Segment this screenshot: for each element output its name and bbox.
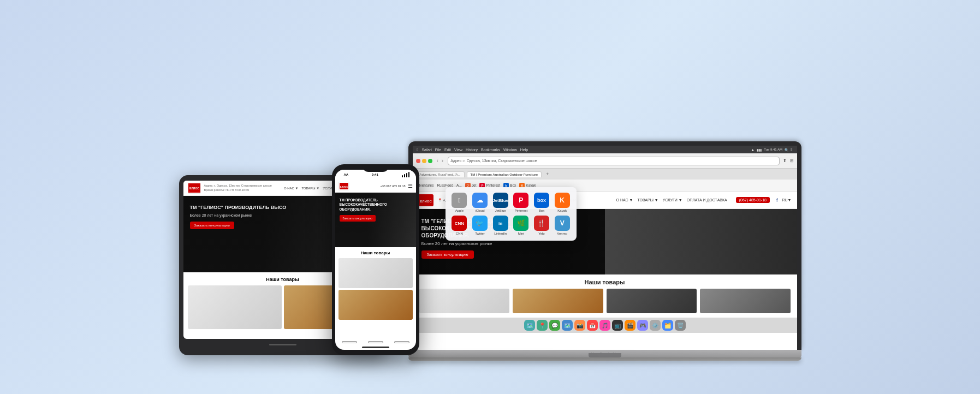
back-button[interactable]: ‹: [436, 158, 439, 164]
safari-tab-1[interactable]: Adventures, RussFeed, /A...: [416, 171, 465, 177]
menu-history[interactable]: History: [466, 148, 478, 152]
dock-prefs-icon[interactable]: ⚙️: [650, 320, 661, 331]
phone-time: 9:41: [372, 173, 378, 176]
battery-icon: ▮▮▮: [757, 148, 762, 152]
svg-text:ЕЛИОС: ЕЛИОС: [189, 187, 199, 190]
phone-back-button[interactable]: [342, 341, 357, 343]
tablet-home-indicator: [269, 344, 296, 345]
safari-chrome: ‹ › Адрес: г. Одесса, 13км км, Старокиев…: [413, 153, 797, 169]
fav-twitter[interactable]: 🐦 Twitter: [471, 216, 489, 235]
phone-site-header: ЕЛИОС +38 067 485 91 18 ☰: [335, 180, 416, 193]
control-center-icon[interactable]: ≡: [791, 148, 793, 151]
laptop-products-grid: [419, 289, 791, 313]
phone-products-section: Наши товары: [335, 247, 416, 323]
tablet-hero-text: ТМ "ГЕЛИОС" ПРОИЗВОДИТЕЛЬ ВЫСО Более 20 …: [190, 205, 287, 229]
safari-tab-2[interactable]: TM | Premium Australian Outdoor Furnitur…: [467, 171, 542, 177]
fav-box[interactable]: box Box: [533, 193, 550, 212]
dock-photos-icon[interactable]: 📸: [574, 320, 585, 331]
laptop-product-3: [607, 289, 697, 313]
fullscreen-window-button[interactable]: [428, 159, 432, 163]
language-selector[interactable]: RU▼: [782, 198, 791, 202]
menu-safari[interactable]: Safari: [421, 148, 431, 152]
phone-products-grid: [338, 258, 413, 320]
share-icon[interactable]: ⬆: [783, 158, 787, 163]
tablet-cta-button[interactable]: Заказать консультацию: [190, 222, 234, 229]
phone-hero: ТМ ПРОИЗВОДИТЕЛЬ ВЫСОКОКАЧЕСТВЕННОГО ОБО…: [335, 193, 416, 247]
menu-help[interactable]: Help: [520, 148, 528, 152]
tablet-hero-title: ТМ "ГЕЛИОС" ПРОИЗВОДИТЕЛЬ ВЫСО: [190, 205, 287, 211]
dock-find-icon[interactable]: 📍: [537, 320, 548, 331]
dock-maps2-icon[interactable]: 🗺️: [562, 320, 573, 331]
minimize-window-button[interactable]: [422, 159, 426, 163]
dock-maps-icon[interactable]: 🗺️: [524, 320, 535, 331]
laptop-device:  Safari File Edit View History Bookmark…: [408, 141, 801, 361]
dock-games-icon[interactable]: 🎮: [637, 320, 648, 331]
laptop-screen: ‹ › Адрес: г. Одесса, 13км км, Старокиев…: [413, 153, 797, 350]
dock-apps-icon[interactable]: 🗂️: [662, 320, 673, 331]
phone-contact-number: +38 067 485 91 18: [380, 184, 405, 188]
nav-services[interactable]: УСЛУГИ ▼: [663, 198, 682, 202]
dock-calendar-icon[interactable]: 📅: [587, 320, 598, 331]
safari-address-bar[interactable]: Адрес: г. Одесса, 13км км, Старокиевское…: [448, 157, 779, 165]
phone-body: AA 9:41 ЕЛИОС: [332, 164, 419, 355]
dock-appletv-icon[interactable]: 📺: [612, 320, 623, 331]
menu-file[interactable]: File: [435, 148, 441, 152]
menu-view[interactable]: View: [454, 148, 462, 152]
phone-carrier: AA: [344, 173, 349, 176]
tablet-address: Адрес: г. Одесса, 13км км, Старокиевское…: [204, 184, 272, 192]
laptop-site-nav: О НАС ▼ ТОВАРЫ ▼ УСЛУГИ ▼ ОПЛАТА И ДОСТА…: [616, 198, 727, 202]
fav-icloud[interactable]: ☁ iCloud: [471, 193, 489, 212]
laptop-products-section: Наши товары: [413, 274, 797, 318]
laptop-product-4: [700, 289, 791, 313]
bookmark-russfeed[interactable]: RussFeed: [437, 183, 453, 187]
nav-goods[interactable]: ТОВАРЫ ▼: [637, 198, 658, 202]
phone-hero-text: ТМ ПРОИЗВОДИТЕЛЬ ВЫСОКОКАЧЕСТВЕННОГО ОБО…: [340, 198, 405, 222]
nav-delivery[interactable]: ОПЛАТА И ДОСТАВКА: [687, 198, 727, 202]
tablet-logo: ЕЛИОС: [188, 183, 201, 194]
fav-yelp[interactable]: 🍴 Yelp: [533, 216, 550, 235]
fav-mint[interactable]: 🌿 Mint: [512, 216, 530, 235]
facebook-icon[interactable]: f: [776, 198, 778, 203]
signal-bar-2: [404, 174, 405, 177]
search-icon[interactable]: 🔍: [785, 148, 788, 152]
fav-venmo[interactable]: V Venmo: [554, 216, 571, 235]
fav-linkedin[interactable]: in LinkedIn: [492, 216, 509, 235]
new-tab-button[interactable]: +: [546, 171, 549, 177]
laptop-product-2: [513, 289, 603, 313]
laptop-menu-left:  Safari File Edit View History Bookmark…: [417, 147, 528, 152]
dock-messages-icon[interactable]: 💬: [549, 320, 560, 331]
phone-cta-button[interactable]: Заказать консультацию: [340, 215, 376, 222]
fav-apple[interactable]:  Apple: [451, 193, 468, 212]
menu-window[interactable]: Window: [503, 148, 517, 152]
phone-home-button[interactable]: [368, 341, 383, 343]
phone-screen: AA 9:41 ЕЛИОС: [335, 170, 416, 350]
close-window-button[interactable]: [416, 159, 420, 163]
forward-button[interactable]: ›: [441, 158, 444, 164]
dock-trash-icon[interactable]: 🗑️: [675, 320, 686, 331]
signal-bar-1: [402, 175, 403, 177]
bookmark-a[interactable]: A...: [456, 183, 462, 187]
phone-menu-icon[interactable]: ☰: [408, 183, 413, 189]
dock-music-icon[interactable]: 🎬: [625, 320, 635, 331]
sidebar-icon[interactable]: ⊞: [790, 158, 794, 163]
laptop-cta-button[interactable]: Заказать консультацию: [421, 250, 474, 259]
laptop-site-logo: ЕЛИОС: [418, 194, 433, 206]
phone-product-2: [338, 290, 413, 320]
scene-shadow: [228, 355, 752, 366]
fav-kayak[interactable]: K Kayak: [554, 193, 571, 212]
fav-pinterest[interactable]: P Pinterest: [512, 193, 530, 212]
fav-jetblue[interactable]: JetBlue JetBlue: [492, 193, 509, 212]
phone-recent-button[interactable]: [394, 341, 409, 343]
laptop-menu-bar:  Safari File Edit View History Bookmark…: [413, 146, 797, 153]
menu-edit[interactable]: Edit: [444, 148, 451, 152]
apple-menu-icon[interactable]: : [417, 147, 419, 152]
fav-cnn[interactable]: CNN CNN: [451, 216, 468, 235]
safari-tabs-row: Adventures, RussFeed, /A... TM | Premium…: [413, 169, 797, 180]
svg-text:ЕЛИОС: ЕЛИОС: [420, 200, 432, 203]
nav-about[interactable]: О НАС ▼: [616, 198, 633, 202]
dock-itunes-icon[interactable]: 🎵: [599, 320, 610, 331]
tablet-hero-subtitle: Более 20 лет на украинском рынке: [190, 213, 287, 217]
laptop-site-phone[interactable]: (067) 485-91-18: [736, 197, 770, 203]
menu-bookmarks[interactable]: Bookmarks: [481, 148, 500, 152]
scene: ЕЛИОС Адрес: г. Одесса, 13км км, Староки…: [163, 22, 818, 372]
